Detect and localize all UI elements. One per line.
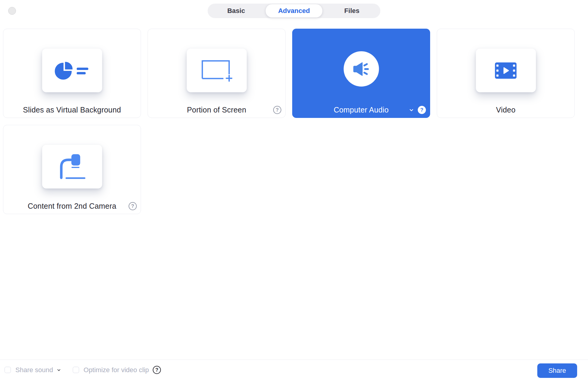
window-control-circle[interactable] xyxy=(8,7,16,15)
share-button[interactable]: Share xyxy=(537,363,577,378)
card-label: Video xyxy=(437,105,574,115)
film-strip-icon xyxy=(495,62,517,79)
icon-tile xyxy=(42,145,102,188)
document-camera-icon xyxy=(58,152,87,181)
pie-chart-slides-icon xyxy=(55,61,90,80)
optimize-video-clip-label[interactable]: Optimize for video clip xyxy=(84,366,149,374)
card-label: Portion of Screen xyxy=(148,105,285,115)
footer-bar: Share sound Optimize for video clip ? Sh… xyxy=(0,359,588,380)
icon-tile xyxy=(476,49,536,92)
share-sound-checkbox[interactable] xyxy=(5,367,11,373)
card-content-from-2nd-camera[interactable]: Content from 2nd Camera ? xyxy=(3,125,141,214)
icon-tile xyxy=(187,49,247,92)
help-icon[interactable]: ? xyxy=(418,106,426,114)
card-portion-of-screen[interactable]: Portion of Screen ? xyxy=(148,29,286,118)
optimize-help-icon[interactable]: ? xyxy=(153,366,161,374)
tab-advanced[interactable]: Advanced xyxy=(266,4,323,17)
card-label: Content from 2nd Camera xyxy=(3,201,141,211)
share-sound-chevron-icon[interactable] xyxy=(56,368,61,372)
share-sound-label[interactable]: Share sound xyxy=(15,366,53,374)
help-icon[interactable]: ? xyxy=(273,106,281,114)
audio-icon-circle xyxy=(344,51,379,87)
tab-files[interactable]: Files xyxy=(323,4,380,17)
help-icon[interactable]: ? xyxy=(129,202,137,210)
speaker-sound-icon xyxy=(353,61,370,77)
share-mode-tab-bar: Basic Advanced Files xyxy=(208,4,380,18)
screen-region-add-icon xyxy=(201,59,232,82)
card-slides-as-virtual-background[interactable]: Slides as Virtual Background xyxy=(3,29,141,118)
share-options-grid: Slides as Virtual Background Portion of … xyxy=(3,29,575,214)
card-computer-audio[interactable]: Computer Audio ? xyxy=(292,29,430,118)
tab-basic[interactable]: Basic xyxy=(208,4,265,17)
icon-tile xyxy=(42,49,102,92)
card-label: Slides as Virtual Background xyxy=(3,105,141,115)
card-video[interactable]: Video xyxy=(437,29,575,118)
chevron-down-icon[interactable] xyxy=(409,107,414,113)
optimize-video-clip-checkbox[interactable] xyxy=(73,367,79,373)
